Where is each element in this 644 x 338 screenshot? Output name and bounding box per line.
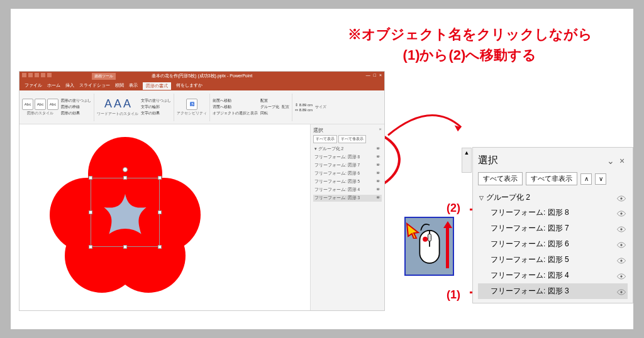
align-buttons[interactable]: 配置 グループ化 回転 bbox=[260, 98, 279, 116]
list-item[interactable]: フリーフォーム: 図形 8👁 bbox=[313, 154, 382, 161]
show-all-button[interactable]: すべて表示 bbox=[313, 135, 337, 143]
tab-file[interactable]: ファイル bbox=[25, 82, 42, 90]
list-item[interactable]: フリーフォーム: 図形 3 bbox=[478, 283, 628, 299]
marker-1: (1) bbox=[447, 286, 460, 303]
visibility-icon[interactable] bbox=[616, 210, 626, 216]
powerpoint-window: 描画ツール 基本の花を作(円形5枚) (成功3枚).pptx - PowerPo… bbox=[19, 72, 384, 310]
slide-canvas[interactable] bbox=[19, 124, 310, 310]
window-controls[interactable]: — □ × bbox=[366, 73, 382, 77]
visibility-icon[interactable] bbox=[616, 195, 626, 201]
visibility-icon[interactable] bbox=[616, 257, 626, 263]
marker-2: (2) bbox=[447, 200, 460, 217]
selection-pane-large: ▲ 選択 ⌄ × すべて表示 すべて非表示 ∧ ∨ ▽ グループ化 2 フリーフ… bbox=[472, 147, 633, 303]
quick-access-toolbar[interactable] bbox=[22, 73, 52, 77]
maximize-icon[interactable]: □ bbox=[374, 73, 376, 77]
tab-review[interactable]: 校閲 bbox=[115, 82, 124, 90]
arrange-buttons[interactable]: 前面へ移動 背面へ移動 オブジェクトの選択と表示 bbox=[213, 98, 258, 116]
pane-title: 選択 bbox=[478, 154, 605, 167]
shape-styles-group[interactable]: AbcAbcAbc 図形のスタイル bbox=[22, 99, 58, 116]
svg-point-3 bbox=[620, 244, 622, 246]
text-fill-buttons[interactable]: 文字の塗りつぶし 文字の輪郭 文字の効果 bbox=[141, 98, 171, 116]
hide-all-button[interactable]: すべて非表示 bbox=[526, 172, 577, 185]
list-item[interactable]: フリーフォーム: 図形 6👁 bbox=[313, 170, 382, 177]
yellow-arrow-icon bbox=[406, 222, 422, 241]
list-item[interactable]: フリーフォーム: 図形 8 bbox=[478, 205, 628, 221]
shape-fill-buttons[interactable]: 図形の塗りつぶし 図形の枠線 図形の効果 bbox=[61, 98, 91, 116]
list-item[interactable]: フリーフォーム: 図形 7 bbox=[478, 221, 628, 236]
hide-all-button[interactable]: すべて非表示 bbox=[338, 135, 366, 143]
chevron-down-icon[interactable]: ⌄ bbox=[605, 156, 616, 166]
svg-point-0 bbox=[620, 197, 622, 199]
ribbon-tabs[interactable]: ファイル ホーム 挿入 スライドショー 校閲 表示 図形の書式 何をしますか bbox=[25, 82, 203, 90]
accessibility-group[interactable]: ♿ アクセシビリティ bbox=[177, 99, 207, 116]
tab-view[interactable]: 表示 bbox=[129, 82, 138, 90]
tab-tell-me[interactable]: 何をしますか bbox=[176, 82, 203, 90]
svg-point-5 bbox=[620, 275, 622, 277]
minimize-icon[interactable]: — bbox=[366, 73, 370, 77]
instruction-text: ※オブジェクト名をクリックしながら (1)から(2)へ移動する bbox=[306, 24, 633, 65]
visibility-icon[interactable] bbox=[616, 241, 626, 248]
svg-point-10 bbox=[423, 237, 428, 242]
move-down-button[interactable]: ∨ bbox=[595, 173, 606, 185]
list-item[interactable]: フリーフォーム: 図形 7👁 bbox=[313, 162, 382, 169]
size-inputs[interactable]: ⇕ 8.89 cm ⇔ 8.89 cm bbox=[295, 102, 313, 112]
svg-point-4 bbox=[620, 259, 622, 261]
group-item[interactable]: ▾ グループ化 2👁 bbox=[313, 146, 382, 153]
group-item[interactable]: ▽ グループ化 2 bbox=[478, 190, 628, 205]
list-item[interactable]: フリーフォーム: 図形 4 bbox=[478, 268, 628, 283]
window-title: 基本の花を作(円形5枚) (成功3枚).pptx - PowerPoint bbox=[152, 73, 252, 79]
tab-slideshow[interactable]: スライドショー bbox=[79, 82, 110, 90]
contextual-tab: 描画ツール bbox=[92, 73, 116, 80]
selection-pane-small[interactable]: × 選択 すべて表示 すべて非表示 ▾ グループ化 2👁 フリーフォーム: 図形… bbox=[310, 124, 384, 310]
titlebar: 描画ツール 基本の花を作(円形5枚) (成功3枚).pptx - PowerPo… bbox=[19, 72, 384, 90]
scroll-up-button[interactable]: ▲ bbox=[462, 148, 472, 173]
list-item[interactable]: フリーフォーム: 図形 3👁 bbox=[313, 195, 382, 202]
close-icon[interactable]: × bbox=[616, 156, 628, 166]
tab-home[interactable]: ホーム bbox=[47, 82, 60, 90]
pane-title: 選択 bbox=[313, 127, 382, 134]
close-icon[interactable]: × bbox=[379, 73, 382, 77]
svg-rect-9 bbox=[428, 234, 431, 241]
list-item[interactable]: フリーフォーム: 図形 5 bbox=[478, 252, 628, 268]
list-item[interactable]: フリーフォーム: 図形 4👁 bbox=[313, 187, 382, 194]
move-up-button[interactable]: ∧ bbox=[580, 173, 592, 185]
show-all-button[interactable]: すべて表示 bbox=[478, 172, 523, 185]
wordart-group[interactable]: AAA ワードアートのスタイル bbox=[97, 97, 138, 117]
rotate-handle[interactable] bbox=[123, 167, 128, 172]
svg-point-2 bbox=[620, 228, 622, 230]
visibility-icon[interactable] bbox=[616, 288, 626, 295]
close-icon[interactable]: × bbox=[379, 126, 382, 132]
visibility-icon[interactable] bbox=[616, 273, 626, 279]
svg-point-6 bbox=[620, 291, 622, 293]
list-item[interactable]: フリーフォーム: 図形 6 bbox=[478, 236, 628, 252]
caret-down-icon: ▽ bbox=[479, 195, 484, 201]
ribbon: AbcAbcAbc 図形のスタイル 図形の塗りつぶし 図形の枠線 図形の効果 A… bbox=[19, 90, 384, 124]
selection-handles[interactable] bbox=[91, 178, 160, 247]
visibility-icon[interactable] bbox=[616, 226, 626, 232]
list-item[interactable]: フリーフォーム: 図形 5👁 bbox=[313, 178, 382, 185]
svg-point-1 bbox=[620, 212, 622, 214]
red-up-arrow bbox=[446, 227, 449, 268]
tab-shape-format[interactable]: 図形の書式 bbox=[143, 82, 171, 90]
tab-insert[interactable]: 挿入 bbox=[65, 82, 74, 90]
